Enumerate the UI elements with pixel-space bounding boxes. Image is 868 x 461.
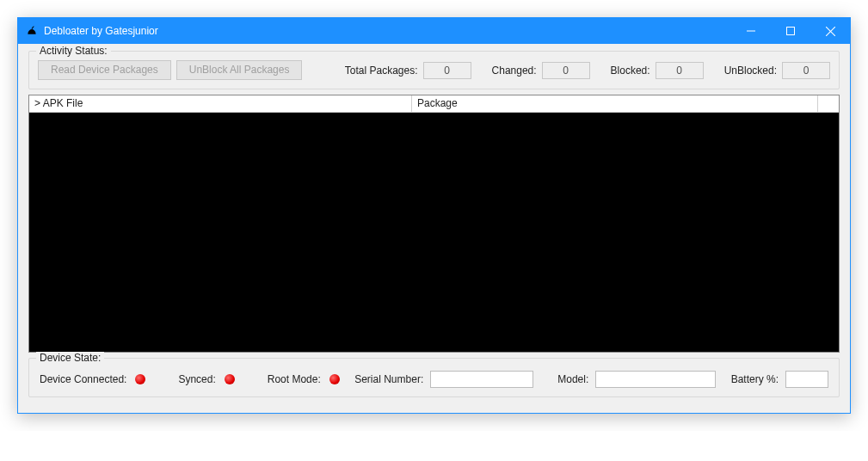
svg-rect-1 [787, 28, 795, 35]
model-input[interactable] [595, 371, 716, 388]
changed-value: 0 [542, 62, 590, 79]
minimize-button[interactable] [731, 18, 771, 44]
activity-status-group: Activity Status: Read Device Packages Un… [28, 51, 840, 89]
blocked-label: Blocked: [611, 65, 650, 77]
root-mode-indicator-icon [329, 374, 340, 384]
blocked-value: 0 [656, 62, 704, 79]
client-area: Activity Status: Read Device Packages Un… [18, 44, 850, 413]
changed-label: Changed: [492, 65, 537, 77]
close-button[interactable] [810, 18, 850, 44]
total-packages-value: 0 [423, 62, 471, 79]
grid-body[interactable] [29, 113, 839, 352]
serial-number-input[interactable] [430, 371, 533, 388]
column-package[interactable]: Package [412, 95, 818, 112]
model-label: Model: [557, 373, 588, 385]
device-legend: Device State: [36, 352, 104, 364]
package-grid[interactable]: > APK File Package [28, 95, 840, 353]
device-state-group: Device State: Device Connected: Synced: … [28, 358, 840, 397]
unblock-all-packages-button[interactable]: UnBlock All Packages [176, 60, 303, 80]
device-connected-label: Device Connected: [40, 373, 126, 385]
app-icon [25, 24, 39, 38]
app-window: Debloater by Gatesjunior Activity Status… [17, 17, 851, 414]
title-bar[interactable]: Debloater by Gatesjunior [18, 18, 850, 44]
grid-header: > APK File Package [29, 95, 839, 113]
root-mode-label: Root Mode: [268, 373, 321, 385]
total-packages-label: Total Packages: [345, 65, 418, 77]
unblocked-value: 0 [782, 62, 830, 79]
window-title: Debloater by Gatesjunior [44, 25, 158, 37]
battery-input[interactable] [785, 371, 828, 388]
synced-indicator-icon [225, 374, 235, 384]
unblocked-label: UnBlocked: [724, 65, 777, 77]
column-apk-file[interactable]: > APK File [29, 95, 412, 112]
maximize-button[interactable] [771, 18, 810, 44]
device-connected-indicator-icon [135, 374, 145, 384]
read-device-packages-button[interactable]: Read Device Packages [38, 60, 171, 80]
serial-number-label: Serial Number: [354, 373, 423, 385]
battery-label: Battery %: [731, 373, 779, 385]
synced-label: Synced: [178, 373, 215, 385]
activity-legend: Activity Status: [36, 45, 111, 57]
column-spacer [818, 95, 839, 112]
